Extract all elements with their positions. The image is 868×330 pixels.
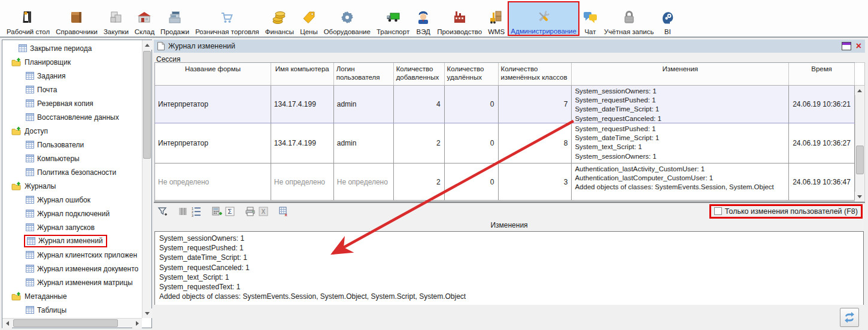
table-row[interactable]: Не определено Не определено Не определен… xyxy=(155,164,855,201)
table-row[interactable]: Интерпретатор 134.17.4.199 admin 2 0 8 S… xyxy=(155,123,855,164)
tab-references[interactable]: Справочники xyxy=(53,1,101,36)
tab-label: BI xyxy=(664,28,671,35)
tab-account[interactable]: Учётная запись xyxy=(601,1,657,36)
table-icon xyxy=(26,86,34,93)
scroll-down-button[interactable] xyxy=(142,308,152,318)
tab-wms[interactable]: WMS xyxy=(485,1,508,36)
column-header[interactable]: Количество добавленных xyxy=(394,63,445,85)
column-header[interactable]: Количество удалённых xyxy=(445,63,499,85)
details-text[interactable]: System_sessionOwners: 1 System_requestPu… xyxy=(154,231,864,305)
restore-window-icon[interactable] xyxy=(842,42,851,50)
table-vertical-scrollbar[interactable] xyxy=(855,62,865,202)
session-table: Название формы Имя компьютера Логин поль… xyxy=(154,62,855,202)
tab-warehouse[interactable]: Склад xyxy=(132,1,157,36)
change-log-panel: Журнал изменений × Сессия Название формы… xyxy=(154,40,865,330)
factory-icon xyxy=(452,7,468,28)
tab-finance[interactable]: Финансы xyxy=(262,1,297,36)
excel-export-icon[interactable]: X xyxy=(257,205,270,217)
folder-icon xyxy=(11,292,22,301)
cash-register-icon xyxy=(167,7,183,28)
tab-production[interactable]: Производство xyxy=(434,1,485,36)
sidebar-item-users[interactable]: Пользователи xyxy=(3,138,141,152)
tab-label: Производство xyxy=(437,28,482,35)
tab-customs[interactable]: ВЭД xyxy=(412,1,434,36)
book-icon xyxy=(69,7,84,28)
tab-sales[interactable]: Продажи xyxy=(157,1,192,36)
numbered-list-icon[interactable]: 123 xyxy=(190,205,203,217)
refresh-button[interactable] xyxy=(840,308,859,327)
gear-icon xyxy=(339,7,355,28)
sidebar-item-error-log[interactable]: Журнал ошибок xyxy=(3,193,141,207)
desktop-icon xyxy=(20,7,36,28)
table-icon xyxy=(26,265,34,273)
sidebar-item-backup[interactable]: Резервная копия xyxy=(3,96,141,110)
column-header[interactable]: Логин пользователя xyxy=(334,63,394,85)
tab-label: ВЭД xyxy=(417,28,430,35)
tab-label: Розничная торговля xyxy=(195,28,259,35)
panel-titlebar: Журнал изменений × xyxy=(154,40,865,53)
chat-icon xyxy=(582,7,598,28)
columns-icon[interactable] xyxy=(177,205,190,217)
tab-label: Чат xyxy=(584,28,596,35)
table-row[interactable]: Интерпретатор 134.17.4.199 admin 4 0 7 S… xyxy=(155,86,855,123)
tab-desktop[interactable]: Рабочий стол xyxy=(4,1,53,36)
sidebar-item-connection-log[interactable]: Журнал подключений xyxy=(3,207,141,220)
scroll-up-button[interactable] xyxy=(855,86,864,95)
tab-equipment[interactable]: Оборудование xyxy=(321,1,374,36)
table-icon xyxy=(26,251,34,259)
column-header[interactable]: Название формы xyxy=(155,63,271,85)
sidebar-item-computers[interactable]: Компьютеры xyxy=(3,152,141,165)
tab-label: Склад xyxy=(135,28,154,35)
sidebar-item-mail[interactable]: Почта xyxy=(3,83,141,96)
tab-chat[interactable]: Чат xyxy=(579,1,601,36)
scroll-down-button[interactable] xyxy=(855,192,864,201)
tab-prices[interactable]: Цены xyxy=(297,1,321,36)
tab-label: Закупки xyxy=(104,28,129,35)
table-icon xyxy=(19,44,27,52)
scrollbar-thumb[interactable] xyxy=(856,146,864,174)
sidebar-item-access[interactable]: Доступ xyxy=(3,124,141,138)
tab-bi[interactable]: BI xyxy=(657,1,678,36)
sigma-icon[interactable]: Σ xyxy=(223,205,236,217)
column-header[interactable]: Количество изменённых классов xyxy=(499,63,572,85)
scroll-up-button[interactable] xyxy=(142,40,152,50)
scrollbar-thumb[interactable] xyxy=(143,51,151,159)
scrollbar-thumb[interactable] xyxy=(13,319,118,327)
sidebar-item-data-restore[interactable]: Восстановление данных xyxy=(3,110,141,124)
tab-purchases[interactable]: Закупки xyxy=(101,1,132,36)
column-header[interactable]: Время xyxy=(789,63,855,85)
scroll-left-button[interactable] xyxy=(2,319,12,328)
sidebar-vertical-scrollbar[interactable] xyxy=(142,40,151,318)
sidebar-item-matrix-change-log[interactable]: Журнал изменения матрицы xyxy=(3,275,141,289)
sidebar-item-tables[interactable]: Таблицы xyxy=(3,303,141,317)
column-header[interactable]: Имя компьютера xyxy=(271,63,334,85)
sidebar-item-tasks[interactable]: Задания xyxy=(3,69,141,83)
printer-icon[interactable] xyxy=(244,205,257,217)
svg-text:x: x xyxy=(285,212,288,217)
grid-delete-icon[interactable]: x xyxy=(277,205,290,217)
close-icon[interactable]: × xyxy=(856,42,861,50)
user-changes-only-checkbox[interactable] xyxy=(714,207,722,215)
boxes-icon xyxy=(108,7,124,28)
tab-retail[interactable]: Розничная торговля xyxy=(192,1,262,36)
scroll-right-button[interactable] xyxy=(132,319,142,328)
sidebar-item-change-log[interactable]: Журнал изменений xyxy=(3,234,141,248)
sidebar-item-launch-log[interactable]: Журнал запусков xyxy=(3,220,141,234)
sidebar-item-closing-period[interactable]: Закрытие периода xyxy=(3,41,141,55)
user-changes-filter-annotation: Только изменения пользователей (F8) xyxy=(709,204,863,219)
column-header[interactable]: Изменения xyxy=(572,63,789,85)
sidebar-item-scheduler[interactable]: Планировщик xyxy=(3,55,141,69)
calculator-add-icon[interactable] xyxy=(210,205,223,217)
sidebar-item-document-change-log[interactable]: Журнал изменения документо xyxy=(3,262,141,275)
sidebar-item-client-apps-log[interactable]: Журнал клиентских приложен xyxy=(3,248,141,262)
tab-transport[interactable]: Транспорт xyxy=(374,1,412,36)
filter-plus-icon[interactable] xyxy=(156,205,169,217)
checkbox-label[interactable]: Только изменения пользователей (F8) xyxy=(725,207,858,216)
sidebar-item-metadata[interactable]: Метаданные xyxy=(3,289,141,303)
sidebar-horizontal-scrollbar[interactable] xyxy=(2,318,142,328)
sidebar-item-security-policy[interactable]: Политика безопасности xyxy=(3,165,141,179)
sidebar-item-journals[interactable]: Журналы xyxy=(3,179,141,193)
tab-administration[interactable]: Администрирование xyxy=(508,1,579,36)
table-icon xyxy=(26,306,34,314)
table-icon xyxy=(27,237,35,245)
